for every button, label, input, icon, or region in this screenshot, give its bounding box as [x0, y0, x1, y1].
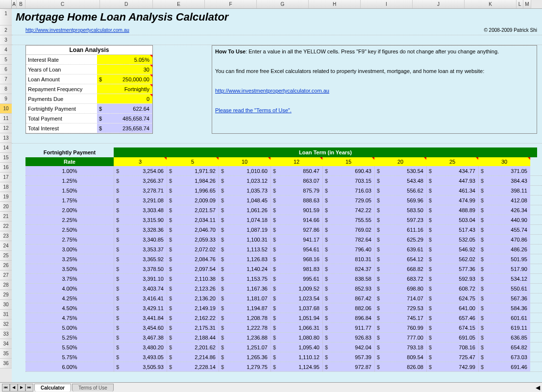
row-header[interactable]: 33	[0, 329, 12, 339]
col-header[interactable]: G	[257, 0, 309, 8]
row-header[interactable]: 23	[0, 231, 12, 241]
payment-cell: $2,021.57	[167, 205, 219, 215]
row-header[interactable]: 19	[0, 192, 12, 202]
payment-cell: $601.61	[478, 313, 530, 322]
row-header[interactable]: 26	[0, 261, 12, 270]
last-sheet-button[interactable]: ⏭	[25, 384, 33, 392]
loan-analysis-panel: Loan Analysis Interest Rate5.05% Years o…	[25, 45, 153, 134]
first-sheet-button[interactable]: ⏮	[2, 384, 10, 392]
row-header[interactable]: 7	[0, 74, 12, 84]
terms-link[interactable]: Please read the "Terms of Use".	[215, 107, 292, 113]
row-header[interactable]: 11	[0, 114, 12, 123]
row-header[interactable]: 21	[0, 212, 12, 221]
payment-cell: $995.61	[271, 274, 322, 283]
payment-cell: $556.62	[374, 186, 426, 195]
row-header[interactable]: 5	[0, 55, 12, 65]
col-header[interactable]: D	[100, 0, 153, 8]
row-header[interactable]: 13	[0, 133, 12, 143]
col-header[interactable]: C	[25, 0, 100, 8]
row-header[interactable]: 10	[0, 104, 12, 114]
row-header[interactable]: 9	[0, 94, 12, 104]
payment-cell: $562.02	[426, 254, 478, 264]
website-link[interactable]: http://www.investmentpropertycalculator.…	[25, 27, 129, 33]
website-link-2[interactable]: http://www.investmentpropertycalculator.…	[215, 88, 329, 94]
amount-input[interactable]: $250,000.00	[97, 74, 152, 84]
rate-cell: 1.00%	[25, 166, 114, 175]
row-header[interactable]: 35	[0, 349, 12, 359]
col-header[interactable]: F	[205, 0, 257, 8]
payment-cell: $3,315.90	[114, 215, 167, 224]
payment-cell: $1,971.92	[167, 166, 219, 175]
row-header[interactable]: 22	[0, 221, 12, 231]
select-all-corner[interactable]	[0, 0, 12, 8]
row-header[interactable]: 34	[0, 339, 12, 349]
horizontal-scroll-left-icon[interactable]: ◀	[536, 384, 540, 391]
row-header[interactable]: 30	[0, 300, 12, 310]
row-header[interactable]: 32	[0, 319, 12, 329]
row-header[interactable]: 16	[0, 163, 12, 172]
payments-due-input[interactable]: 0	[97, 94, 152, 103]
interest-rate-input[interactable]: 5.05%	[97, 55, 152, 64]
comment-indicator-icon[interactable]	[528, 157, 530, 160]
row-header[interactable]: 27	[0, 270, 12, 280]
years-input[interactable]: 30	[97, 65, 152, 74]
payment-cell: $474.99	[426, 196, 478, 205]
col-header[interactable]: I	[361, 0, 413, 8]
row-header[interactable]: 3	[0, 35, 12, 45]
payment-cell: $1,100.31	[219, 235, 271, 244]
row-header[interactable]: 1	[0, 9, 12, 25]
col-header[interactable]: K	[465, 0, 517, 8]
tab-calculator[interactable]: Calculator	[34, 384, 71, 392]
col-header[interactable]: A	[12, 0, 17, 8]
comment-indicator-icon[interactable]	[150, 55, 152, 57]
payment-cell: $1,113.52	[219, 245, 271, 254]
rate-cell: 3.75%	[25, 274, 114, 283]
row-header[interactable]: 14	[0, 143, 12, 153]
row-header[interactable]: 31	[0, 310, 12, 319]
row-header[interactable]: 29	[0, 290, 12, 300]
tab-terms-of-use[interactable]: Terms of Use	[72, 384, 114, 392]
col-header[interactable]: J	[413, 0, 465, 8]
payment-cell: $1,009.52	[271, 284, 322, 293]
row-header[interactable]: 12	[0, 123, 12, 133]
row-header[interactable]: 25	[0, 251, 12, 261]
row-header[interactable]: 8	[0, 84, 12, 94]
col-header[interactable]: H	[309, 0, 361, 8]
row-header[interactable]: 20	[0, 202, 12, 212]
row-header[interactable]: 28	[0, 280, 12, 290]
payment-cell: $914.66	[271, 215, 322, 224]
payment-cell: $3,441.84	[114, 313, 167, 322]
row-header[interactable]: 18	[0, 182, 12, 192]
sheet-tabs: ⏮ ◀ ▶ ⏭ Calculator Terms of Use ◀	[0, 382, 542, 392]
worksheet[interactable]: Mortgage Home Loan Analysis Calculator h…	[12, 9, 542, 392]
col-header[interactable]: B	[17, 0, 25, 8]
row-header[interactable]: 4	[0, 45, 12, 55]
comment-indicator-icon[interactable]	[150, 94, 152, 97]
comment-indicator-icon[interactable]	[150, 84, 152, 87]
row-header[interactable]: 17	[0, 172, 12, 182]
comment-indicator-icon[interactable]	[150, 65, 152, 67]
payment-cell: $517.90	[478, 264, 530, 273]
row-header[interactable]: 36	[0, 359, 12, 368]
payment-cell: $809.54	[374, 352, 426, 362]
row-header[interactable]: 24	[0, 241, 12, 251]
payment-cell: $1,194.87	[219, 303, 271, 313]
col-header[interactable]: M	[523, 0, 531, 8]
payment-cell: $1,095.40	[271, 343, 322, 352]
col-header[interactable]: E	[153, 0, 205, 8]
payment-cell: $2,072.02	[167, 245, 219, 254]
comment-indicator-icon[interactable]	[150, 74, 152, 77]
prev-sheet-button[interactable]: ◀	[10, 384, 18, 392]
row-header[interactable]: 15	[0, 153, 12, 163]
payment-cell: $896.84	[322, 313, 374, 322]
row-header[interactable]: 2	[0, 25, 12, 35]
payment-cell: $674.15	[426, 323, 478, 332]
next-sheet-button[interactable]: ▶	[18, 384, 25, 392]
frequency-input[interactable]: Fortnightly	[97, 84, 152, 94]
payment-cell: $1,037.68	[271, 303, 322, 313]
payment-cell: $708.16	[426, 343, 478, 352]
payment-cell: $826.08	[374, 362, 426, 371]
col-header[interactable]: L	[517, 0, 523, 8]
row-header[interactable]: 6	[0, 65, 12, 74]
label: Total Interest	[26, 123, 97, 133]
